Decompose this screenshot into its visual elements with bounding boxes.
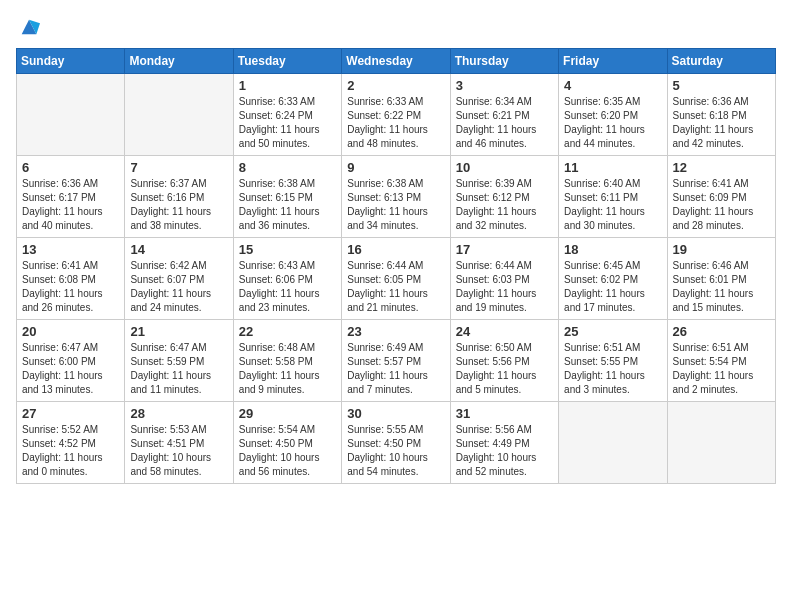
- day-number: 30: [347, 406, 444, 421]
- calendar-cell: 22Sunrise: 6:48 AMSunset: 5:58 PMDayligh…: [233, 320, 341, 402]
- calendar-cell: 28Sunrise: 5:53 AMSunset: 4:51 PMDayligh…: [125, 402, 233, 484]
- column-header-wednesday: Wednesday: [342, 49, 450, 74]
- calendar-cell: 2Sunrise: 6:33 AMSunset: 6:22 PMDaylight…: [342, 74, 450, 156]
- column-header-sunday: Sunday: [17, 49, 125, 74]
- calendar-cell: 14Sunrise: 6:42 AMSunset: 6:07 PMDayligh…: [125, 238, 233, 320]
- calendar-cell: 1Sunrise: 6:33 AMSunset: 6:24 PMDaylight…: [233, 74, 341, 156]
- day-number: 22: [239, 324, 336, 339]
- day-number: 18: [564, 242, 661, 257]
- day-number: 23: [347, 324, 444, 339]
- day-number: 19: [673, 242, 770, 257]
- day-number: 10: [456, 160, 553, 175]
- day-info: Sunrise: 6:34 AMSunset: 6:21 PMDaylight:…: [456, 95, 553, 151]
- calendar-cell: 16Sunrise: 6:44 AMSunset: 6:05 PMDayligh…: [342, 238, 450, 320]
- day-info: Sunrise: 5:53 AMSunset: 4:51 PMDaylight:…: [130, 423, 227, 479]
- day-info: Sunrise: 6:38 AMSunset: 6:15 PMDaylight:…: [239, 177, 336, 233]
- day-info: Sunrise: 5:56 AMSunset: 4:49 PMDaylight:…: [456, 423, 553, 479]
- column-header-friday: Friday: [559, 49, 667, 74]
- day-number: 4: [564, 78, 661, 93]
- day-number: 2: [347, 78, 444, 93]
- calendar-cell: 17Sunrise: 6:44 AMSunset: 6:03 PMDayligh…: [450, 238, 558, 320]
- day-info: Sunrise: 6:36 AMSunset: 6:18 PMDaylight:…: [673, 95, 770, 151]
- day-info: Sunrise: 6:39 AMSunset: 6:12 PMDaylight:…: [456, 177, 553, 233]
- calendar-cell: 19Sunrise: 6:46 AMSunset: 6:01 PMDayligh…: [667, 238, 775, 320]
- header-row: SundayMondayTuesdayWednesdayThursdayFrid…: [17, 49, 776, 74]
- column-header-thursday: Thursday: [450, 49, 558, 74]
- day-number: 12: [673, 160, 770, 175]
- day-info: Sunrise: 5:54 AMSunset: 4:50 PMDaylight:…: [239, 423, 336, 479]
- calendar-week-5: 27Sunrise: 5:52 AMSunset: 4:52 PMDayligh…: [17, 402, 776, 484]
- day-number: 5: [673, 78, 770, 93]
- day-info: Sunrise: 6:50 AMSunset: 5:56 PMDaylight:…: [456, 341, 553, 397]
- day-info: Sunrise: 6:41 AMSunset: 6:09 PMDaylight:…: [673, 177, 770, 233]
- day-number: 6: [22, 160, 119, 175]
- day-number: 3: [456, 78, 553, 93]
- day-number: 31: [456, 406, 553, 421]
- day-info: Sunrise: 5:55 AMSunset: 4:50 PMDaylight:…: [347, 423, 444, 479]
- day-info: Sunrise: 6:37 AMSunset: 6:16 PMDaylight:…: [130, 177, 227, 233]
- day-number: 26: [673, 324, 770, 339]
- day-number: 20: [22, 324, 119, 339]
- calendar-cell: [559, 402, 667, 484]
- calendar-cell: 27Sunrise: 5:52 AMSunset: 4:52 PMDayligh…: [17, 402, 125, 484]
- day-number: 21: [130, 324, 227, 339]
- calendar-cell: 18Sunrise: 6:45 AMSunset: 6:02 PMDayligh…: [559, 238, 667, 320]
- calendar-cell: 9Sunrise: 6:38 AMSunset: 6:13 PMDaylight…: [342, 156, 450, 238]
- day-info: Sunrise: 6:44 AMSunset: 6:05 PMDaylight:…: [347, 259, 444, 315]
- calendar-cell: 31Sunrise: 5:56 AMSunset: 4:49 PMDayligh…: [450, 402, 558, 484]
- day-number: 24: [456, 324, 553, 339]
- calendar-cell: 30Sunrise: 5:55 AMSunset: 4:50 PMDayligh…: [342, 402, 450, 484]
- calendar-cell: 21Sunrise: 6:47 AMSunset: 5:59 PMDayligh…: [125, 320, 233, 402]
- day-info: Sunrise: 6:49 AMSunset: 5:57 PMDaylight:…: [347, 341, 444, 397]
- calendar-week-4: 20Sunrise: 6:47 AMSunset: 6:00 PMDayligh…: [17, 320, 776, 402]
- day-info: Sunrise: 6:40 AMSunset: 6:11 PMDaylight:…: [564, 177, 661, 233]
- day-info: Sunrise: 6:46 AMSunset: 6:01 PMDaylight:…: [673, 259, 770, 315]
- calendar-week-2: 6Sunrise: 6:36 AMSunset: 6:17 PMDaylight…: [17, 156, 776, 238]
- calendar-week-1: 1Sunrise: 6:33 AMSunset: 6:24 PMDaylight…: [17, 74, 776, 156]
- day-number: 9: [347, 160, 444, 175]
- day-info: Sunrise: 6:36 AMSunset: 6:17 PMDaylight:…: [22, 177, 119, 233]
- day-info: Sunrise: 6:43 AMSunset: 6:06 PMDaylight:…: [239, 259, 336, 315]
- calendar-cell: 26Sunrise: 6:51 AMSunset: 5:54 PMDayligh…: [667, 320, 775, 402]
- day-info: Sunrise: 6:35 AMSunset: 6:20 PMDaylight:…: [564, 95, 661, 151]
- day-info: Sunrise: 6:47 AMSunset: 5:59 PMDaylight:…: [130, 341, 227, 397]
- day-number: 11: [564, 160, 661, 175]
- calendar-cell: [17, 74, 125, 156]
- day-info: Sunrise: 6:42 AMSunset: 6:07 PMDaylight:…: [130, 259, 227, 315]
- logo-icon: [18, 16, 40, 38]
- calendar-week-3: 13Sunrise: 6:41 AMSunset: 6:08 PMDayligh…: [17, 238, 776, 320]
- calendar-cell: 12Sunrise: 6:41 AMSunset: 6:09 PMDayligh…: [667, 156, 775, 238]
- day-number: 7: [130, 160, 227, 175]
- column-header-tuesday: Tuesday: [233, 49, 341, 74]
- day-info: Sunrise: 6:44 AMSunset: 6:03 PMDaylight:…: [456, 259, 553, 315]
- day-number: 28: [130, 406, 227, 421]
- calendar-cell: 3Sunrise: 6:34 AMSunset: 6:21 PMDaylight…: [450, 74, 558, 156]
- column-header-monday: Monday: [125, 49, 233, 74]
- day-info: Sunrise: 6:47 AMSunset: 6:00 PMDaylight:…: [22, 341, 119, 397]
- day-info: Sunrise: 6:33 AMSunset: 6:24 PMDaylight:…: [239, 95, 336, 151]
- day-info: Sunrise: 6:45 AMSunset: 6:02 PMDaylight:…: [564, 259, 661, 315]
- calendar-cell: 23Sunrise: 6:49 AMSunset: 5:57 PMDayligh…: [342, 320, 450, 402]
- day-number: 14: [130, 242, 227, 257]
- day-number: 1: [239, 78, 336, 93]
- day-number: 17: [456, 242, 553, 257]
- day-info: Sunrise: 6:51 AMSunset: 5:55 PMDaylight:…: [564, 341, 661, 397]
- calendar-cell: 24Sunrise: 6:50 AMSunset: 5:56 PMDayligh…: [450, 320, 558, 402]
- logo: [16, 16, 42, 38]
- calendar-cell: 5Sunrise: 6:36 AMSunset: 6:18 PMDaylight…: [667, 74, 775, 156]
- calendar-cell: 8Sunrise: 6:38 AMSunset: 6:15 PMDaylight…: [233, 156, 341, 238]
- day-info: Sunrise: 6:41 AMSunset: 6:08 PMDaylight:…: [22, 259, 119, 315]
- day-number: 13: [22, 242, 119, 257]
- day-info: Sunrise: 6:51 AMSunset: 5:54 PMDaylight:…: [673, 341, 770, 397]
- calendar-cell: 13Sunrise: 6:41 AMSunset: 6:08 PMDayligh…: [17, 238, 125, 320]
- day-number: 25: [564, 324, 661, 339]
- calendar-cell: [125, 74, 233, 156]
- calendar-cell: 25Sunrise: 6:51 AMSunset: 5:55 PMDayligh…: [559, 320, 667, 402]
- day-number: 29: [239, 406, 336, 421]
- day-info: Sunrise: 6:48 AMSunset: 5:58 PMDaylight:…: [239, 341, 336, 397]
- day-number: 27: [22, 406, 119, 421]
- calendar-table: SundayMondayTuesdayWednesdayThursdayFrid…: [16, 48, 776, 484]
- calendar-cell: 20Sunrise: 6:47 AMSunset: 6:00 PMDayligh…: [17, 320, 125, 402]
- calendar-cell: 29Sunrise: 5:54 AMSunset: 4:50 PMDayligh…: [233, 402, 341, 484]
- day-number: 15: [239, 242, 336, 257]
